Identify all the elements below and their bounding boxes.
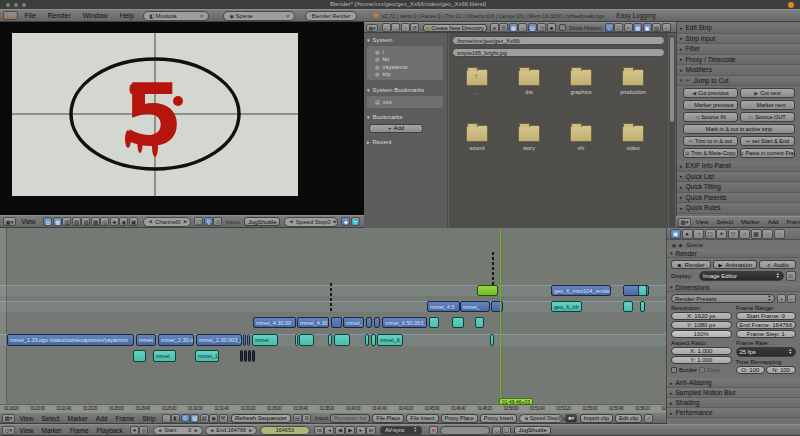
strip-blue[interactable]: [331, 317, 342, 328]
refresh-sequencer-button[interactable]: Refresh Sequencer: [231, 414, 291, 423]
timeline-marker[interactable]: [492, 252, 494, 285]
fb-system-item[interactable]: ◍/: [367, 48, 443, 56]
end-frame-field[interactable]: ◀ End: 164766 ▶: [205, 426, 257, 435]
chroma-icon[interactable]: ◉: [119, 217, 128, 226]
fb-panel-system-bookmarks[interactable]: ▾System Bookmarks: [364, 85, 447, 94]
bookmark-add-button[interactable]: +Add: [369, 124, 423, 133]
strip-cyan[interactable]: [371, 334, 376, 346]
folder-item-video[interactable]: video: [607, 125, 659, 151]
panel-strip-input[interactable]: ▸Strip Input: [677, 34, 800, 45]
audio-button[interactable]: ♬Audio: [759, 260, 796, 269]
lock-icon[interactable]: ⚿: [786, 271, 796, 281]
show-hidden-checkbox[interactable]: [559, 24, 566, 31]
sort-size-icon[interactable]: ■: [547, 23, 556, 32]
gear-icon[interactable]: ⚙: [302, 414, 311, 423]
aspect-y-field[interactable]: Y: 1.000: [671, 356, 732, 364]
strip-mmet-6-[interactable]: mmet_6.: [377, 334, 403, 346]
menu-marker[interactable]: Marker: [64, 415, 92, 422]
panel-quick-titling[interactable]: ▸Quick Titling: [677, 182, 800, 193]
refresh-icon[interactable]: ↺: [410, 23, 419, 32]
filter-script-icon[interactable]: ▤: [652, 23, 661, 32]
render-engine-selector[interactable]: Blender Render: [305, 11, 357, 21]
edit-clip-button[interactable]: Edit clip: [615, 414, 642, 423]
strip-mmet-4-30-00[interactable]: mmet_4.30.00: [253, 317, 296, 328]
panel-filter[interactable]: ▸Filter: [677, 44, 800, 55]
up-icon[interactable]: ↑: [401, 23, 410, 32]
remaster-list-dropdown[interactable]: Remaster list: [330, 414, 370, 423]
strip-dark[interactable]: [244, 350, 247, 362]
strip-blue[interactable]: [243, 334, 246, 346]
vectorscope-icon[interactable]: ◎: [100, 217, 109, 226]
strip-cyan[interactable]: [295, 334, 298, 346]
sort-time-icon[interactable]: ◷: [537, 23, 546, 32]
pin-icon[interactable]: ⛎: [351, 217, 360, 226]
strip-cyan[interactable]: [334, 334, 350, 346]
menu-view[interactable]: View: [16, 427, 38, 434]
menu-select[interactable]: Select: [37, 415, 63, 422]
magnet-icon[interactable]: ⊙: [181, 414, 190, 423]
file-place-button[interactable]: File Place: [372, 414, 404, 423]
fb-panel-bookmarks[interactable]: ▾Bookmarks: [364, 113, 447, 122]
strip-cyan[interactable]: [638, 285, 647, 296]
filter-funnel-icon[interactable]: ▽: [605, 23, 614, 32]
strip-cyan[interactable]: [328, 334, 332, 346]
texture-tab-icon[interactable]: ▩: [751, 229, 762, 239]
strip-cyan[interactable]: [429, 317, 439, 328]
marker-previous-button[interactable]: ▼Marker previous: [683, 100, 738, 110]
playhead[interactable]: [500, 228, 501, 404]
cut-previous-button[interactable]: ◀Cut previous: [683, 88, 738, 98]
data-tab-icon[interactable]: ▽: [728, 229, 739, 239]
next-keyframe-icon[interactable]: ▸: [356, 426, 366, 435]
display-dropdown[interactable]: Image Editor▲▼: [699, 271, 784, 281]
fps-dropdown[interactable]: 25 fps▲▼: [736, 347, 797, 357]
split-icon[interactable]: ▧: [72, 217, 81, 226]
strip-mmet-1-33-ogv-video-comiecapmmet-yayamimi[interactable]: mmet_1.33.ogv /video/comiecapmmet/yayami…: [7, 334, 134, 346]
resolution-y-field[interactable]: Y: 1080 px: [671, 321, 732, 329]
overlay-icon[interactable]: ▣: [129, 217, 138, 226]
editor-type-icon[interactable]: ▩▾: [2, 414, 15, 423]
mark-in-out-button[interactable]: Mark in & out to active strip: [683, 124, 795, 134]
strip-cyan[interactable]: [623, 301, 633, 312]
menu-marker[interactable]: Marker: [737, 219, 764, 225]
strip-mmet-4-30[interactable]: mmet_4.30: [297, 317, 329, 328]
editor-type-icon[interactable]: ▩▾: [678, 218, 691, 227]
remap-old-field[interactable]: O: 100: [736, 366, 766, 374]
scene-close-icon[interactable]: ✕: [286, 13, 290, 19]
strip-cyan[interactable]: [133, 350, 146, 362]
menu-file[interactable]: File: [19, 12, 42, 19]
source-out-button[interactable]: ▷Source OUT: [740, 112, 795, 122]
strip-mmet[interactable]: mmet: [153, 350, 176, 362]
image-icon[interactable]: ▦: [53, 217, 62, 226]
folder-item-dst[interactable]: dst: [503, 69, 555, 95]
strip-mmet-5[interactable]: mmet_5: [343, 317, 364, 328]
marker-next-button[interactable]: ▼Marker next: [740, 100, 795, 110]
check-icon[interactable]: ✓: [644, 414, 653, 423]
alpha-icon[interactable]: ▥: [62, 217, 71, 226]
timeline-ruler[interactable]: 01:18:2001:20:0001:21:4001:23:2001:25:00…: [0, 404, 666, 412]
border-checkbox[interactable]: [671, 367, 677, 373]
mute-icon[interactable]: ▢: [502, 426, 511, 435]
filter-blend-icon[interactable]: ○: [624, 23, 633, 32]
panel-quick-parents[interactable]: ▸Quick Parents: [677, 193, 800, 204]
strip-blue[interactable]: [366, 317, 372, 328]
strip-cyan[interactable]: [490, 334, 494, 346]
toggle-icon[interactable]: ■▾: [565, 414, 577, 423]
menu-add[interactable]: Add: [92, 415, 112, 422]
blender-logo-icon[interactable]: ⚙▾: [3, 11, 18, 20]
render-panel-header[interactable]: ▾Render: [667, 249, 800, 258]
strip-blue[interactable]: [374, 317, 380, 328]
fb-panel-recent[interactable]: ▸Recent: [364, 138, 447, 147]
channel-field[interactable]: ◀ Channel 0 ▶: [143, 217, 191, 227]
aspect-x-field[interactable]: X: 1.000: [671, 347, 732, 355]
strip-dark[interactable]: [248, 350, 251, 362]
render-presets-dropdown[interactable]: Render Presets▲▼: [671, 294, 775, 303]
screen-layout-selector[interactable]: ◧ Mostola ✕: [143, 11, 209, 21]
add-preset-icon[interactable]: +: [777, 294, 786, 303]
strip-dark[interactable]: [240, 350, 243, 362]
set-start-end-button[interactable]: ↦set Start & End: [740, 136, 795, 146]
strip-cyan[interactable]: [640, 301, 645, 312]
screen-layout-close-icon[interactable]: ✕: [200, 13, 204, 19]
create-directory-button[interactable]: ▦ Create New Directory: [423, 24, 487, 32]
panel-sampled-motion-blur[interactable]: ▸Sampled Motion Blur: [667, 388, 800, 398]
fb-system-item[interactable]: ◍fat: [367, 56, 443, 64]
